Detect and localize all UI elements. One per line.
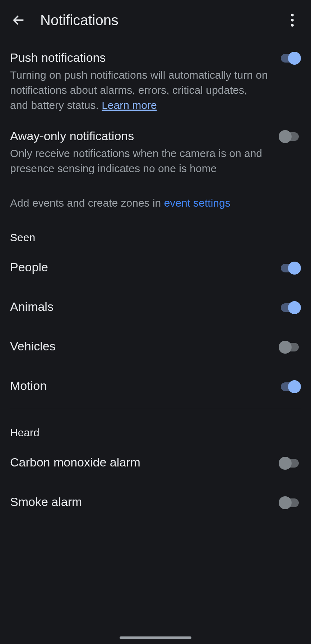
- seen-section-header: Seen: [10, 225, 301, 247]
- animals-toggle[interactable]: [279, 301, 301, 314]
- push-toggle[interactable]: [279, 52, 301, 65]
- animals-option: Animals: [10, 287, 301, 326]
- push-title: Push notifications: [10, 50, 268, 65]
- option-label: Animals: [10, 300, 54, 314]
- more-menu-button[interactable]: [284, 12, 301, 29]
- push-notifications-setting: Push notifications Turning on push notif…: [10, 43, 301, 121]
- option-label: Carbon monoxide alarm: [10, 455, 140, 469]
- setting-text: Push notifications Turning on push notif…: [10, 50, 279, 113]
- motion-toggle[interactable]: [279, 380, 301, 393]
- info-prefix: Add events and create zones in: [10, 197, 164, 209]
- option-label: Vehicles: [10, 339, 56, 353]
- motion-option: Motion: [10, 366, 301, 405]
- option-label: People: [10, 260, 48, 274]
- smoke-alarm-option: Smoke alarm: [10, 482, 301, 521]
- svg-point-2: [291, 19, 294, 22]
- away-description: Only receive notifications when the came…: [10, 146, 268, 176]
- people-option: People: [10, 247, 301, 287]
- heard-section-header: Heard: [10, 420, 301, 442]
- header: Notifications: [0, 0, 311, 36]
- svg-point-3: [291, 24, 294, 27]
- page-title: Notifications: [40, 12, 284, 28]
- setting-text: Away-only notifications Only receive not…: [10, 128, 279, 176]
- info-text: Add events and create zones in event set…: [10, 185, 301, 225]
- carbon-monoxide-toggle[interactable]: [279, 457, 301, 470]
- event-settings-link[interactable]: event settings: [164, 197, 231, 209]
- away-toggle[interactable]: [279, 130, 301, 143]
- back-arrow-icon: [11, 13, 26, 27]
- back-button[interactable]: [10, 12, 27, 29]
- learn-more-link[interactable]: Learn more: [102, 99, 157, 111]
- vehicles-toggle[interactable]: [279, 341, 301, 354]
- option-label: Motion: [10, 379, 47, 393]
- push-description: Turning on push notifications will autom…: [10, 68, 268, 113]
- vehicles-option: Vehicles: [10, 326, 301, 366]
- svg-point-1: [291, 14, 294, 17]
- divider: [10, 409, 301, 409]
- carbon-monoxide-option: Carbon monoxide alarm: [10, 442, 301, 482]
- content: Push notifications Turning on push notif…: [0, 36, 311, 521]
- smoke-alarm-toggle[interactable]: [279, 496, 301, 509]
- people-toggle[interactable]: [279, 262, 301, 275]
- home-indicator[interactable]: [120, 636, 191, 639]
- away-only-setting: Away-only notifications Only receive not…: [10, 121, 301, 185]
- more-vert-icon: [291, 13, 294, 27]
- option-label: Smoke alarm: [10, 495, 82, 509]
- away-title: Away-only notifications: [10, 128, 268, 144]
